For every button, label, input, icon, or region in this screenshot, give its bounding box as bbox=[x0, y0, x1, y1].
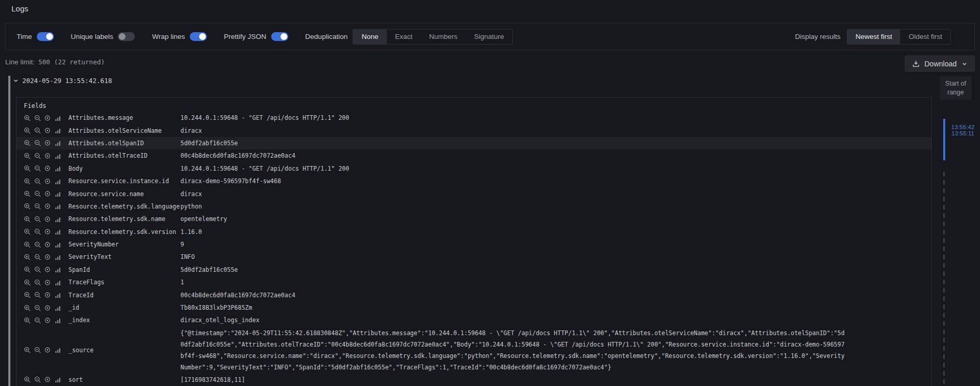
field-name: SeverityNumber bbox=[68, 239, 180, 250]
eye-icon[interactable] bbox=[44, 190, 51, 197]
bar-chart-icon[interactable] bbox=[54, 266, 61, 273]
log-details-table: Fields Attributes.message 10.244.0.1:596… bbox=[16, 97, 932, 386]
eye-icon[interactable] bbox=[44, 140, 51, 146]
toggle-switch-time[interactable] bbox=[37, 32, 54, 41]
eye-icon[interactable] bbox=[44, 347, 51, 353]
eye-icon[interactable] bbox=[44, 292, 51, 298]
zoom-in-icon[interactable] bbox=[24, 254, 31, 260]
field-row-_source: _source {"@timestamp":"2024-05-29T11:55:… bbox=[17, 327, 931, 374]
toggle-switch-wrap-lines[interactable] bbox=[190, 32, 207, 41]
zoom-in-icon[interactable] bbox=[24, 165, 31, 172]
zoom-out-icon[interactable] bbox=[34, 292, 41, 298]
line-limit-label: Line limit: bbox=[5, 58, 35, 66]
eye-icon[interactable] bbox=[44, 317, 51, 324]
eye-icon[interactable] bbox=[44, 165, 51, 172]
zoom-in-icon[interactable] bbox=[24, 241, 31, 248]
bar-chart-icon[interactable] bbox=[54, 190, 61, 197]
zoom-out-icon[interactable] bbox=[34, 347, 41, 353]
zoom-out-icon[interactable] bbox=[34, 165, 41, 172]
bar-chart-icon[interactable] bbox=[54, 140, 61, 146]
zoom-in-icon[interactable] bbox=[24, 376, 31, 383]
bar-chart-icon[interactable] bbox=[54, 254, 61, 260]
bar-chart-icon[interactable] bbox=[54, 127, 61, 134]
chevron-down-icon[interactable] bbox=[13, 78, 19, 84]
bar-chart-icon[interactable] bbox=[54, 178, 61, 185]
zoom-out-icon[interactable] bbox=[34, 254, 41, 260]
eye-icon[interactable] bbox=[44, 305, 51, 311]
field-rows: Attributes.message 10.244.0.1:59648 - "G… bbox=[17, 112, 931, 386]
bar-chart-icon[interactable] bbox=[54, 292, 61, 298]
bar-chart-icon[interactable] bbox=[54, 153, 61, 159]
zoom-in-icon[interactable] bbox=[24, 266, 31, 273]
bar-chart-icon[interactable] bbox=[54, 305, 61, 311]
display-results-option-newest-first[interactable]: Newest first bbox=[847, 30, 901, 44]
toolbar-right: Display results Newest firstOldest first bbox=[795, 29, 951, 45]
eye-icon[interactable] bbox=[44, 376, 51, 383]
toggle-switch-unique-labels[interactable] bbox=[118, 32, 135, 41]
eye-icon[interactable] bbox=[44, 203, 51, 210]
deduplication-option-numbers[interactable]: Numbers bbox=[421, 30, 466, 44]
zoom-out-icon[interactable] bbox=[34, 317, 41, 324]
zoom-out-icon[interactable] bbox=[34, 376, 41, 383]
bar-chart-icon[interactable] bbox=[54, 317, 61, 324]
bar-chart-icon[interactable] bbox=[54, 115, 61, 121]
zoom-out-icon[interactable] bbox=[34, 305, 41, 311]
eye-icon[interactable] bbox=[44, 153, 51, 159]
zoom-in-icon[interactable] bbox=[24, 317, 31, 324]
eye-icon[interactable] bbox=[44, 228, 51, 235]
bar-chart-icon[interactable] bbox=[54, 216, 61, 223]
toggle-switch-prettify-json[interactable] bbox=[271, 32, 288, 41]
zoom-in-icon[interactable] bbox=[24, 153, 31, 159]
zoom-out-icon[interactable] bbox=[34, 115, 41, 121]
zoom-out-icon[interactable] bbox=[34, 203, 41, 210]
field-row-Body: Body 10.244.0.1:59648 - "GET /api/docs H… bbox=[17, 162, 931, 175]
eye-icon[interactable] bbox=[44, 216, 51, 223]
zoom-in-icon[interactable] bbox=[24, 178, 31, 185]
log-row-header[interactable]: 2024-05-29 13:55:42.618 bbox=[13, 77, 112, 85]
zoom-out-icon[interactable] bbox=[34, 216, 41, 223]
zoom-in-icon[interactable] bbox=[24, 347, 31, 353]
zoom-out-icon[interactable] bbox=[34, 228, 41, 235]
bar-chart-icon[interactable] bbox=[54, 279, 61, 286]
minimap-range-bar[interactable] bbox=[943, 119, 945, 160]
eye-icon[interactable] bbox=[44, 254, 51, 260]
deduplication-option-exact[interactable]: Exact bbox=[387, 30, 421, 44]
bar-chart-icon[interactable] bbox=[54, 165, 61, 172]
zoom-out-icon[interactable] bbox=[34, 279, 41, 286]
zoom-in-icon[interactable] bbox=[24, 115, 31, 121]
zoom-out-icon[interactable] bbox=[34, 153, 41, 159]
eye-icon[interactable] bbox=[44, 178, 51, 185]
zoom-out-icon[interactable] bbox=[34, 266, 41, 273]
field-row-Resource.service.instance.id: Resource.service.instance.id diracx-demo… bbox=[17, 175, 931, 187]
download-button[interactable]: Download bbox=[905, 56, 975, 72]
zoom-in-icon[interactable] bbox=[24, 228, 31, 235]
zoom-in-icon[interactable] bbox=[24, 190, 31, 197]
zoom-in-icon[interactable] bbox=[24, 127, 31, 134]
zoom-out-icon[interactable] bbox=[34, 127, 41, 134]
zoom-in-icon[interactable] bbox=[24, 140, 31, 146]
zoom-in-icon[interactable] bbox=[24, 203, 31, 210]
zoom-in-icon[interactable] bbox=[24, 279, 31, 286]
bar-chart-icon[interactable] bbox=[54, 347, 61, 353]
zoom-out-icon[interactable] bbox=[34, 241, 41, 248]
field-name: SeverityText bbox=[68, 251, 180, 263]
bar-chart-icon[interactable] bbox=[54, 228, 61, 235]
bar-chart-icon[interactable] bbox=[54, 376, 61, 383]
zoom-in-icon[interactable] bbox=[24, 216, 31, 223]
field-name: Resource.service.instance.id bbox=[68, 175, 180, 187]
eye-icon[interactable] bbox=[44, 266, 51, 273]
bar-chart-icon[interactable] bbox=[54, 203, 61, 210]
eye-icon[interactable] bbox=[44, 279, 51, 286]
zoom-out-icon[interactable] bbox=[34, 178, 41, 185]
deduplication-option-none[interactable]: None bbox=[353, 30, 386, 44]
eye-icon[interactable] bbox=[44, 115, 51, 121]
eye-icon[interactable] bbox=[44, 127, 51, 134]
deduplication-option-signature[interactable]: Signature bbox=[466, 30, 512, 44]
zoom-out-icon[interactable] bbox=[34, 140, 41, 146]
zoom-out-icon[interactable] bbox=[34, 190, 41, 197]
eye-icon[interactable] bbox=[44, 241, 51, 248]
zoom-in-icon[interactable] bbox=[24, 305, 31, 311]
display-results-option-oldest-first[interactable]: Oldest first bbox=[900, 30, 950, 44]
bar-chart-icon[interactable] bbox=[54, 241, 61, 248]
zoom-in-icon[interactable] bbox=[24, 292, 31, 298]
